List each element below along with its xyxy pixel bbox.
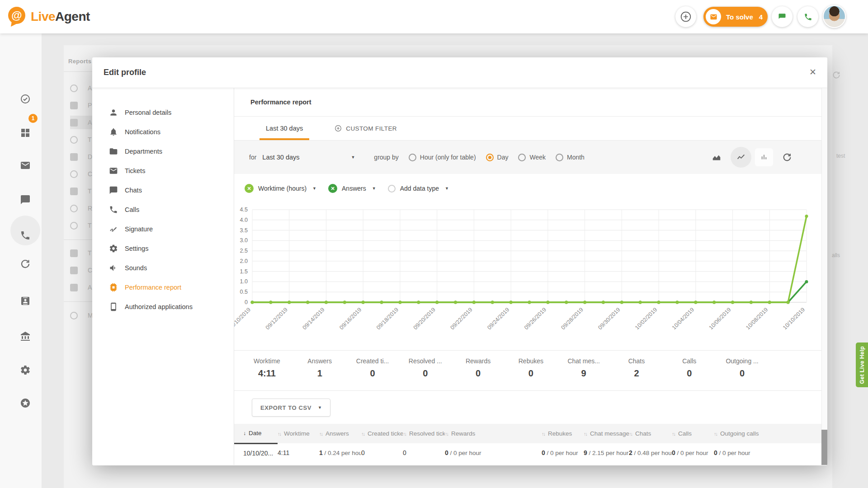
cell-resolved-tickets: 0 [403,443,445,462]
chevron-down-icon: ▼ [372,186,376,191]
folder-icon [109,147,118,156]
radio-circle [556,154,563,161]
tab-last-30-days[interactable]: Last 30 days [259,117,309,140]
close-icon[interactable]: ✕ [809,67,816,78]
modal-nav-settings[interactable]: Settings [92,239,234,258]
gear-icon [109,244,118,253]
radio-month[interactable]: Month [556,154,585,161]
sort-icon: ↑↓ [629,431,632,436]
sidebar-item-dashboard[interactable] [20,127,31,138]
phone-icon [804,13,812,21]
sidebar-item-settings[interactable] [20,365,31,375]
calls-status-button[interactable] [797,6,818,27]
sidebar-item-customers[interactable] [20,331,31,342]
modal-scrollbar[interactable] [821,88,827,465]
export-to-csv-button[interactable]: EXPORT TO CSV ▼ [252,399,330,417]
stat-resolved-tickets: Resolved ...0 [399,351,452,390]
column-worktime[interactable]: ↑↓Worktime [278,424,319,443]
remove-series-icon[interactable]: ✕ [328,184,337,193]
modal-nav-performance-report[interactable]: Performance report [92,277,234,297]
tab-custom-filter[interactable]: CUSTOM FILTER [328,117,403,140]
radio-hour[interactable]: Hour (only for table) [409,154,476,161]
report-heading: Performance report [234,88,827,117]
svg-text:09/24/2019: 09/24/2019 [486,306,510,331]
sidebar-item-tickets[interactable] [20,160,31,171]
area-chart-button[interactable] [706,147,727,168]
column-resolved-tickets[interactable]: ↑↓Resolved ticke [403,424,445,443]
sort-icon: ↑↓ [319,431,322,436]
column-outgoing-calls[interactable]: ↑↓Outgoing calls [714,424,822,443]
nav-label: Personal details [125,109,171,116]
modal-nav-calls[interactable]: Calls [92,200,234,219]
sidebar-item-reports-active[interactable] [20,225,31,236]
user-avatar[interactable] [823,5,846,28]
svg-text:09/20/2019: 09/20/2019 [412,306,437,331]
scrollbar-thumb[interactable] [821,430,827,465]
cell-created-tickets: 0 [361,443,403,462]
modal-nav-sounds[interactable]: Sounds [92,258,234,277]
nav-label: Departments [125,148,162,155]
refresh-chart-button[interactable] [777,147,797,168]
column-chats[interactable]: ↑↓Chats [629,424,672,443]
nav-label: Calls [125,206,139,213]
date-range-select[interactable]: Last 30 days ▼ [262,154,355,161]
add-data-type[interactable]: Add data type ▼ [388,185,459,192]
modal-nav-tickets[interactable]: Tickets [92,161,234,180]
line-chart-button[interactable] [731,147,751,168]
column-rewards[interactable]: ↑↓Rewards [445,424,542,443]
sidebar-item-contacts[interactable] [20,296,31,306]
to-solve-button[interactable]: To solve 4 [703,7,768,27]
sort-icon: ↑↓ [672,431,675,436]
get-live-help-tab[interactable]: Get Live Help [856,343,868,387]
to-solve-count: 4 [759,13,763,21]
sort-icon: ↑↓ [542,431,545,436]
sidebar-item-tasks[interactable] [20,94,31,104]
performance-report-panel: Performance report Last 30 days CUSTOM F… [234,88,827,465]
bar-chart-icon [759,152,769,162]
modal-nav-authorized-applications[interactable]: Authorized applications [92,297,234,316]
modal-nav-signature[interactable]: Signature [92,219,234,239]
column-calls[interactable]: ↑↓Calls [672,424,714,443]
remove-series-icon[interactable]: ✕ [245,184,254,193]
column-date[interactable]: ↓Date [234,424,278,443]
sidebar-item-favorites[interactable] [20,398,31,408]
nav-label: Tickets [125,167,145,174]
radio-week[interactable]: Week [518,154,546,161]
chats-status-button[interactable] [772,6,793,27]
phone-icon [109,205,118,214]
modal-nav-departments[interactable]: Departments [92,141,234,161]
legend-answers[interactable]: ✕ Answers ▼ [328,184,386,193]
column-rebukes[interactable]: ↑↓Rebukes [542,424,584,443]
list-item: D [70,150,92,164]
refresh-icon [20,258,31,269]
svg-text:10/02/2019: 10/02/2019 [634,306,658,331]
column-created-tickets[interactable]: ↑↓Created ticket [361,424,403,443]
column-answers[interactable]: ↑↓Answers [319,424,361,443]
background-text-fragment: test [836,153,845,159]
sort-icon: ↑↓ [445,431,448,436]
svg-text:4.5: 4.5 [240,206,248,213]
signature-pen-icon [109,225,118,234]
line-chart-icon [736,152,746,162]
modal-header: Edit profile ✕ [92,57,827,88]
radio-day[interactable]: Day [486,154,509,161]
add-new-button[interactable] [675,6,696,27]
column-chat-messages[interactable]: ↑↓Chat message [584,424,629,443]
liveagent-logo[interactable]: @ LiveAgent [6,6,90,28]
modal-nav-personal-details[interactable]: Personal details [92,103,234,122]
chat-flag-icon [778,13,786,21]
table-row[interactable]: 10/10/20... 4:11 1 / 0.24 per hour 0 0 0… [234,443,822,462]
svg-text:1.5: 1.5 [240,268,248,275]
nav-label: Signature [125,225,153,233]
star-circle-icon [70,205,78,212]
bar-chart-button[interactable] [755,148,773,166]
modal-nav-notifications[interactable]: Notifications [92,122,234,141]
legend-worktime[interactable]: ✕ Worktime (hours) ▼ [245,184,326,193]
sidebar-item-chats[interactable] [20,194,31,205]
phone-icon [70,284,78,291]
modal-nav-chats[interactable]: Chats [92,180,234,200]
person-icon [109,108,118,117]
rss-icon [70,170,78,178]
to-solve-label: To solve [726,13,753,21]
logo-text: LiveAgent [31,9,90,24]
